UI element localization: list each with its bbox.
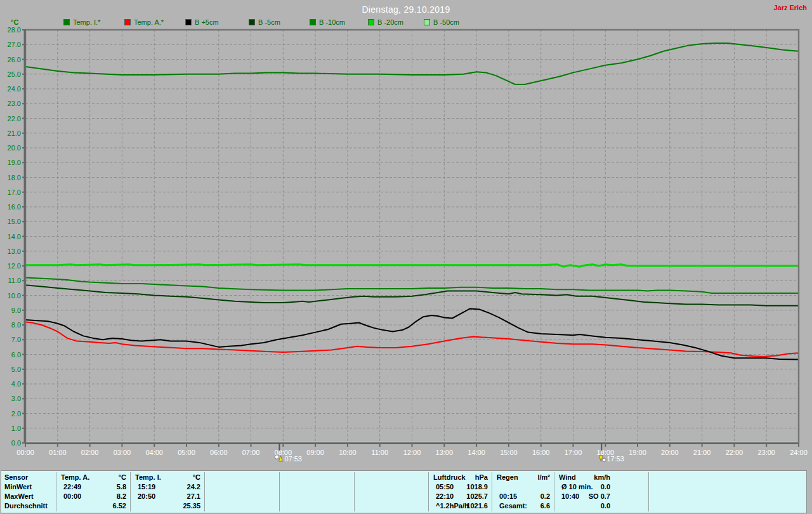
y-tick-label: 14.0 (8, 233, 21, 241)
y-tick-label: 6.0 (11, 351, 21, 359)
table-value-cell: 1021.6 (433, 501, 488, 511)
y-tick-label: 26.0 (8, 56, 21, 63)
y-tick-label: 9.0 (11, 306, 21, 314)
x-tick-label: 09:00 (306, 449, 324, 456)
table-column-separator (492, 472, 492, 511)
x-tick-label: 11:00 (371, 449, 388, 456)
table-column-separator (204, 472, 205, 511)
table-value-cell: 5.8 (61, 482, 126, 492)
x-tick-label: 03:00 (114, 449, 131, 456)
x-tick-label: 13:00 (436, 449, 454, 456)
table-column-separator (554, 472, 554, 511)
y-tick-label: 3.0 (11, 395, 21, 402)
table-column-separator (354, 472, 355, 511)
x-tick-label: 14:00 (468, 449, 485, 456)
y-tick-label: 13.0 (8, 247, 21, 255)
y-tick-label: 28.0 (8, 26, 21, 34)
x-tick-label: 12:00 (403, 449, 421, 456)
y-tick-label: 11.0 (8, 277, 21, 284)
table-row-label: Durchschnitt (4, 501, 55, 511)
x-tick-label: 10:00 (339, 449, 357, 456)
x-tick-label: 05:00 (178, 449, 195, 456)
statistics-table: SensorMinWertMaxWertDurchschnittTemp. A.… (1, 470, 807, 513)
y-tick-label: 15.0 (8, 218, 21, 225)
y-tick-label: 24.0 (8, 85, 21, 93)
y-tick-label: 17.0 (8, 188, 21, 196)
sunset-time-label: 17:53 (606, 455, 624, 463)
y-tick-label: 25.0 (8, 70, 21, 78)
weather-app-window: { "header": { "title": "Dienstag, 29.10.… (0, 0, 812, 514)
x-tick-label: 21:00 (693, 449, 711, 456)
y-tick-label: 16.0 (8, 203, 21, 211)
table-value-cell: 8.2 (61, 492, 126, 501)
y-tick-label: 1.0 (11, 425, 21, 432)
y-tick-label: 10.0 (8, 292, 21, 300)
table-value-cell: 0.2 (497, 492, 550, 501)
table-column-separator (428, 472, 429, 511)
y-tick-label: 27.0 (8, 41, 21, 48)
x-tick-label: 02:00 (81, 449, 99, 456)
table-value-cell: 27.1 (135, 492, 200, 501)
x-tick-label: 19:00 (629, 449, 646, 456)
table-unit-label: hPa (433, 473, 488, 482)
y-tick-label: 21.0 (8, 129, 21, 137)
x-tick-label: 22:00 (726, 449, 743, 456)
x-tick-label: 17:00 (565, 449, 582, 456)
table-value-cell: 24.2 (135, 482, 200, 492)
table-value-cell: 0.0 (559, 501, 610, 511)
x-tick-label: 23:00 (757, 449, 775, 456)
y-tick-label: 12.0 (8, 262, 21, 270)
y-tick-label: 5.0 (11, 366, 21, 373)
x-tick-label: 24:00 (790, 449, 808, 456)
table-value-cell: 1025.7 (433, 492, 488, 501)
y-tick-label: 7.0 (11, 336, 21, 343)
table-unit-label: °C (135, 473, 200, 482)
x-tick-label: 16:00 (532, 449, 550, 456)
x-tick-label: 15:00 (500, 449, 518, 456)
x-tick-label: 07:00 (242, 449, 260, 456)
y-tick-label: 23.0 (8, 100, 21, 107)
table-unit-label: °C (61, 473, 126, 482)
table-row-label: MaxWert (4, 492, 55, 501)
table-row-label: MinWert (4, 482, 55, 492)
y-tick-label: 20.0 (8, 144, 21, 152)
table-column-separator (279, 472, 280, 511)
temperature-chart: 0.01.02.03.04.05.06.07.08.09.010.011.012… (0, 0, 812, 470)
table-value-cell: 6.52 (61, 501, 126, 511)
x-tick-label: 04:00 (145, 449, 163, 456)
y-tick-label: 2.0 (11, 410, 21, 418)
table-value-cell: 25.35 (135, 501, 200, 511)
sunset-icon (603, 458, 606, 462)
sunrise-time-label: 07:53 (284, 455, 302, 463)
y-tick-label: 18.0 (8, 174, 21, 181)
y-tick-label: 0.0 (11, 439, 21, 447)
table-value-cell: SO 0.7 (559, 492, 610, 501)
y-tick-label: 4.0 (11, 380, 21, 388)
sunrise-icon (275, 455, 278, 459)
table-value-cell: 6.6 (497, 501, 550, 511)
table-column-separator (648, 472, 649, 511)
table-value-cell: 1018.9 (433, 482, 488, 492)
table-value-cell: 0.0 (559, 482, 610, 492)
x-tick-label: 06:00 (210, 449, 228, 456)
sunrise-arrow-icon (278, 456, 282, 461)
x-tick-label: 01:00 (49, 449, 67, 456)
table-unit-label: km/h (559, 473, 610, 482)
table-column-separator (56, 472, 56, 511)
table-column-separator (130, 472, 131, 511)
y-tick-label: 22.0 (8, 115, 21, 122)
y-tick-label: 19.0 (8, 159, 21, 166)
y-tick-label: 8.0 (11, 321, 21, 329)
table-unit-label: l/m² (497, 473, 550, 482)
x-tick-label: 20:00 (661, 449, 679, 456)
table-row-label: Sensor (4, 473, 55, 482)
x-tick-label: 00:00 (16, 449, 34, 456)
